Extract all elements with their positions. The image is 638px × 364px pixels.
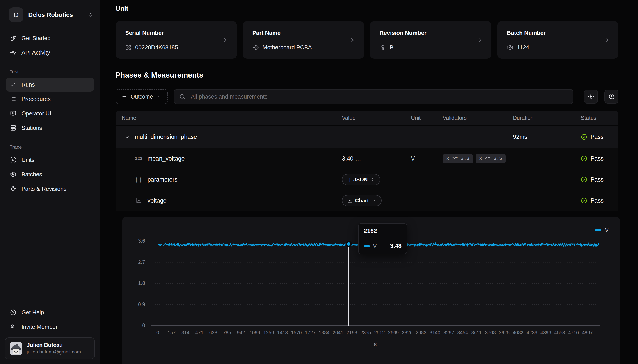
chevron-down-icon xyxy=(371,198,376,203)
sidebar-item-get-help[interactable]: Get Help xyxy=(6,305,94,319)
measurement-unit: V xyxy=(411,155,443,162)
sidebar-item-units[interactable]: Units xyxy=(6,153,94,167)
chevron-right-icon xyxy=(222,37,229,43)
outcome-filter-button[interactable]: Outcome xyxy=(116,89,168,104)
revision-number-value: B xyxy=(390,44,393,51)
sidebar: D Delos Robotics Get Started API Activit… xyxy=(0,0,100,364)
sidebar-section-test: Test xyxy=(10,69,100,75)
serial-number-value: 00220D4K68185 xyxy=(135,44,178,51)
circle-check-icon xyxy=(581,176,587,183)
card-label: Part Name xyxy=(253,30,355,36)
table-header: Name Value Unit Validators Duration Stat… xyxy=(116,110,618,126)
history-button[interactable] xyxy=(604,90,618,104)
org-name: Delos Robotics xyxy=(28,12,83,18)
unit-card-serial-number[interactable]: Serial Number 00220D4K68185 xyxy=(116,21,237,59)
circle-check-icon xyxy=(581,155,587,162)
x-axis-title: s xyxy=(366,341,384,348)
phase-name: multi_dimension_phase xyxy=(135,134,197,140)
sidebar-item-stations[interactable]: Stations xyxy=(6,121,94,135)
clock-history-icon xyxy=(608,93,615,100)
legend-swatch xyxy=(595,229,601,231)
y-axis-labels: 3.62.71.80.90 xyxy=(122,217,145,364)
stations-icon xyxy=(10,124,17,132)
sidebar-item-parts-revisions[interactable]: Parts & Revisions xyxy=(6,182,94,196)
table-row-mean-voltage[interactable]: 123 mean_voltage 3.40… V x >= 3.3 x <= 3… xyxy=(116,148,618,169)
chevron-right-icon xyxy=(370,177,375,182)
sidebar-item-api-activity[interactable]: API Activity xyxy=(6,46,94,60)
search-input[interactable] xyxy=(174,89,573,104)
circle-check-icon xyxy=(581,134,587,140)
chevron-right-icon xyxy=(349,37,356,43)
sidebar-item-get-started[interactable]: Get Started xyxy=(6,31,94,45)
sidebar-item-label: Runs xyxy=(22,81,35,88)
status-badge: Pass xyxy=(581,155,618,162)
validator-chip: x <= 3.5 xyxy=(476,154,506,163)
activity-icon xyxy=(10,49,17,56)
sidebar-item-label: Operator UI xyxy=(22,110,51,117)
avatar xyxy=(10,342,22,355)
phase-duration: 92ms xyxy=(513,134,581,140)
outcome-filter-label: Outcome xyxy=(131,94,153,100)
org-switcher[interactable]: D Delos Robotics xyxy=(9,8,94,22)
sidebar-item-label: Get Help xyxy=(22,309,44,316)
chart-legend: V xyxy=(595,227,609,233)
user-card[interactable]: Julien Buteau julien.buteau@gmail.com xyxy=(5,338,95,359)
sidebar-item-label: Units xyxy=(22,156,35,164)
monitor-icon xyxy=(10,110,17,117)
measurement-value: 3.40 xyxy=(342,155,354,162)
sidebar-item-runs[interactable]: Runs xyxy=(6,78,94,92)
col-name: Name xyxy=(116,115,342,121)
unit-card-batch-number[interactable]: Batch Number 1124 xyxy=(497,21,619,59)
search-icon xyxy=(179,93,186,100)
table-row-phase[interactable]: multi_dimension_phase 92ms Pass xyxy=(116,126,618,148)
package-icon xyxy=(10,171,17,178)
chart-line-icon xyxy=(134,197,143,204)
col-value: Value xyxy=(342,115,411,121)
measurement-name: parameters xyxy=(148,176,178,183)
package-icon xyxy=(507,44,513,51)
braces-icon: { } xyxy=(134,176,143,183)
card-value: 1124 xyxy=(507,44,529,51)
sidebar-nav: Get Started API Activity Test Runs Proce xyxy=(0,31,100,196)
json-pill-button[interactable]: {} JSON xyxy=(342,174,380,185)
sidebar-item-procedures[interactable]: Procedures xyxy=(6,92,94,106)
sidebar-spacer xyxy=(0,196,100,305)
chevrons-up-down-icon xyxy=(88,12,94,18)
search-wrap xyxy=(174,89,573,104)
unit-card-revision-number[interactable]: Revision Number B xyxy=(370,21,491,59)
table-row-parameters[interactable]: { } parameters {} JSON Pass xyxy=(116,169,618,190)
numeric-measurement-icon: 123 xyxy=(134,156,143,161)
voltage-chart-panel[interactable]: 3.62.71.80.90 01573144716287859421099125… xyxy=(122,217,620,364)
kebab-menu-icon[interactable] xyxy=(84,346,90,352)
part-name-value: Motherboard PCBA xyxy=(263,44,312,51)
circle-check-icon xyxy=(581,197,587,204)
phases-section-title: Phases & Measurements xyxy=(116,71,203,79)
unit-card-part-name[interactable]: Part Name Motherboard PCBA xyxy=(243,21,364,59)
measurement-name: voltage xyxy=(148,197,167,204)
sidebar-section-trace: Trace xyxy=(10,144,100,150)
sidebar-item-label: Get Started xyxy=(22,35,51,42)
table-row-voltage[interactable]: voltage Chart Pass xyxy=(116,190,618,211)
sidebar-item-batches[interactable]: Batches xyxy=(6,167,94,181)
sidebar-item-label: Parts & Revisions xyxy=(22,186,67,192)
card-value: B xyxy=(380,44,393,51)
card-value: Motherboard PCBA xyxy=(253,44,312,51)
card-label: Serial Number xyxy=(125,30,227,36)
batch-number-value: 1124 xyxy=(517,44,529,51)
parts-icon xyxy=(253,44,259,51)
chevron-down-icon[interactable] xyxy=(124,134,130,140)
sidebar-item-operator-ui[interactable]: Operator UI xyxy=(6,106,94,120)
chart-tooltip: 2162 V 3.48 xyxy=(358,223,407,254)
tooltip-x-value: 2162 xyxy=(359,224,407,238)
user-meta: Julien Buteau julien.buteau@gmail.com xyxy=(27,342,80,355)
y-tick-label: 2.7 xyxy=(122,259,145,265)
collapse-rows-button[interactable] xyxy=(584,90,598,104)
legend-label: V xyxy=(605,227,609,233)
phases-table: Name Value Unit Validators Duration Stat… xyxy=(116,110,618,211)
y-tick-label: 0.9 xyxy=(122,302,145,308)
chart-pill-button[interactable]: Chart xyxy=(342,195,382,206)
app-window: D Delos Robotics Get Started API Activit… xyxy=(0,0,638,364)
status-badge: Pass xyxy=(581,176,618,183)
sidebar-item-label: Stations xyxy=(22,124,42,132)
sidebar-item-invite-member[interactable]: Invite Member xyxy=(6,320,94,334)
